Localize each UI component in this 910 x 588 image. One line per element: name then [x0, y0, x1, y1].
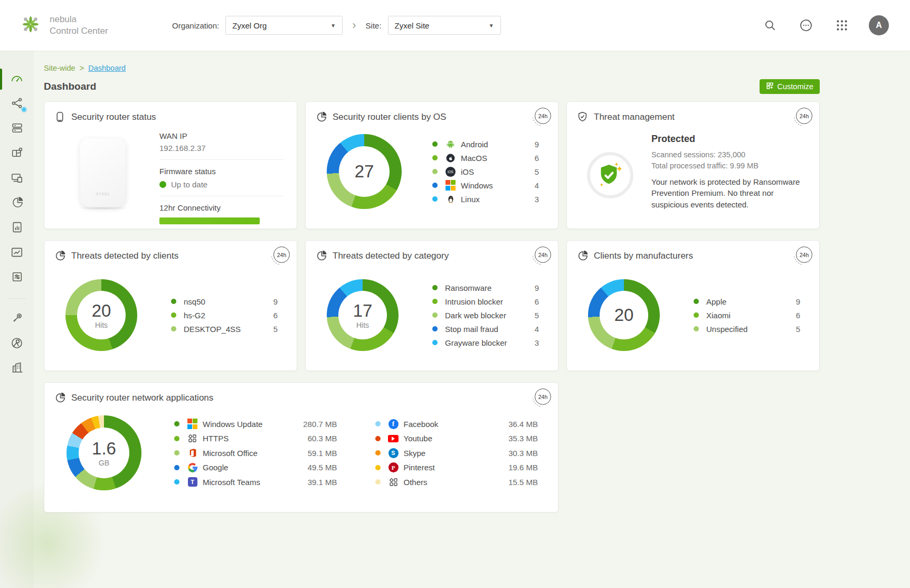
time-range-badge[interactable]: 24h [535, 108, 551, 124]
https-app-grid-icon [187, 433, 198, 444]
card-title: Clients by manufacturers [594, 251, 693, 261]
legend-row: MacOS 6 [432, 151, 539, 165]
scanned-sessions: Scanned sessions: 235,000 [651, 149, 805, 160]
legend-dot [174, 450, 179, 456]
time-range-badge[interactable]: 24h [535, 388, 551, 405]
legend-dot [375, 436, 381, 441]
legend-value: 39.1 MB [308, 478, 337, 487]
help-circle-icon [10, 336, 24, 352]
time-range-badge[interactable]: 24h [796, 108, 812, 124]
donut-center-value: 20 [614, 305, 634, 325]
legend-label: Unspecified [706, 325, 747, 334]
card-security-router-status: Security router status ZYXEL WAN IP 192.… [44, 101, 297, 229]
legend-row: Stop mail fraud 4 [432, 322, 539, 336]
sidebar-item-map[interactable] [0, 145, 34, 163]
sidebar-divider [8, 298, 26, 299]
legend-value: 9 [796, 297, 800, 306]
more-options-icon[interactable] [797, 16, 815, 34]
legend-label: Stop mail fraud [445, 325, 498, 334]
card-title: Threats detected by clients [71, 251, 178, 261]
legend-dot [174, 465, 179, 470]
pie-chart-icon [54, 392, 66, 404]
donut-center-sub: GB [99, 459, 109, 467]
legend-label: nsq50 [184, 297, 205, 306]
firmware-status-label: Firmware status [159, 167, 284, 176]
legend-row: Dark web blocker 5 [432, 308, 539, 322]
sidebar-item-dashboard[interactable] [0, 71, 34, 88]
sidebar-item-clients[interactable] [0, 170, 34, 187]
line-chart-icon [10, 245, 24, 261]
time-range-badge[interactable]: 24h [796, 246, 812, 263]
search-icon[interactable] [761, 16, 779, 34]
user-avatar[interactable]: A [869, 15, 889, 35]
legend-value: 6 [796, 311, 800, 320]
sidebar-item-monitor[interactable] [0, 244, 34, 262]
pie-chart-icon [576, 250, 589, 262]
sidebar-item-licenses[interactable] [0, 310, 34, 328]
top-bar: nebula Control Center Organization: Zyxe… [0, 0, 910, 51]
legend-row: Xiaomi 6 [694, 308, 800, 322]
customize-label: Customize [778, 82, 814, 91]
sidebar-item-devices[interactable] [0, 120, 34, 138]
time-range-badge[interactable]: 24h [273, 246, 290, 263]
site-select[interactable]: Zyxel Site ▼ [388, 16, 501, 35]
legend-dot [432, 169, 438, 174]
os-legend: Android 9 MacOS 6 iOS [432, 137, 539, 206]
sidebar-item-configure[interactable] [0, 269, 34, 287]
sidebar-item-help[interactable] [0, 335, 34, 353]
connectivity-bar [159, 217, 260, 224]
sidebar-item-reports[interactable] [0, 220, 34, 237]
sidebar-item-topology[interactable] [0, 96, 34, 113]
brand-name: nebula Control Center [50, 14, 108, 37]
windows-update-icon [187, 419, 198, 430]
card-threats-by-clients: Threats detected by clients 24h 20 Hits [44, 240, 297, 371]
legend-value: 36.4 MB [508, 420, 538, 429]
legend-row: T Microsoft Teams 39.1 MB [174, 475, 337, 489]
report-document-icon [11, 221, 24, 236]
legend-value: 4 [535, 325, 539, 334]
card-threat-management: Threat management 24h [566, 101, 820, 229]
time-range-badge[interactable]: 24h [535, 246, 551, 263]
youtube-icon [388, 433, 399, 444]
sidebar-item-organization[interactable] [0, 360, 34, 377]
nebula-logo-icon [19, 13, 42, 38]
apps-grid-icon[interactable] [833, 16, 851, 34]
legend-dot [174, 479, 179, 485]
legend-row: Unspecified 5 [694, 322, 800, 336]
facebook-icon: f [388, 419, 399, 430]
legend-row: P Pinterest 19.6 MB [375, 460, 538, 475]
legend-label: Linux [461, 195, 480, 204]
pie-chart-icon [315, 111, 327, 123]
server-stack-icon [11, 121, 24, 137]
brand-logo[interactable]: nebula Control Center [19, 13, 140, 38]
legend-dot [432, 141, 438, 147]
processed-traffic: Total processed traffic: 9.99 MB [651, 160, 805, 172]
sidebar-item-applications[interactable] [0, 195, 34, 212]
legend-value: 9 [273, 297, 278, 306]
legend-label: Grayware blocker [445, 338, 507, 347]
caret-down-icon: ▼ [489, 23, 494, 29]
legend-row: Apple 9 [694, 295, 800, 308]
organization-select[interactable]: Zyxel Org ▼ [225, 16, 343, 35]
map-pin-icon [11, 146, 24, 162]
legend-label: Intrusion blocker [445, 297, 503, 306]
context-switcher: Organization: Zyxel Org ▼ › Site: Zyxel … [172, 16, 501, 35]
applications-donut-chart: 1.6 GB [67, 415, 141, 490]
manufacturers-legend: Apple 9 Xiaomi 6 Unspecified [694, 295, 800, 336]
breadcrumb-dashboard-link[interactable]: Dashboard [88, 64, 126, 72]
legend-label: Microsoft Teams [203, 478, 260, 487]
legend-value: 19.6 MB [508, 463, 538, 472]
macos-icon [445, 153, 456, 164]
customize-button[interactable]: Customize [760, 79, 820, 94]
legend-dot [694, 299, 699, 304]
legend-dot [375, 450, 381, 456]
legend-label: Windows Update [203, 420, 262, 429]
legend-dot [432, 340, 438, 345]
ios-icon: iOS [445, 166, 456, 177]
legend-label: Windows [461, 181, 493, 190]
legend-label: Ransomware [445, 283, 491, 292]
legend-value: 9 [535, 283, 539, 292]
legend-row: hs-G2 6 [171, 308, 278, 322]
donut-center-sub: Hits [356, 321, 369, 329]
nebula-control-center: nebula Control Center Organization: Zyxe… [0, 0, 910, 588]
